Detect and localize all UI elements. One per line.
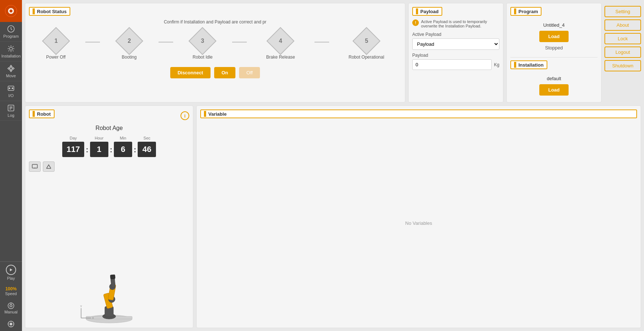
logout-button[interactable]: Logout	[604, 47, 641, 58]
program-load-button[interactable]: Load	[539, 31, 569, 42]
svg-rect-35	[110, 275, 115, 279]
sidebar-logo[interactable]	[0, 0, 22, 22]
lock-button[interactable]: Lock	[604, 33, 641, 44]
payload-input-row: Kg	[412, 59, 499, 70]
sidebar-item-move[interactable]: Move	[0, 62, 22, 81]
sidebar-item-settings[interactable]	[0, 317, 22, 331]
step-brake-release: 4 Brake Release	[266, 31, 295, 60]
step-connector-1	[85, 42, 100, 42]
timer-hour-col: Hour 1	[90, 136, 108, 157]
step-5-label: Robot Operational	[349, 55, 384, 60]
sidebar-item-io[interactable]: I/O	[0, 81, 22, 101]
step-power-off: 1 Power Off	[46, 31, 66, 60]
info-icon[interactable]: i	[180, 111, 189, 120]
robot-panel-title: Robot	[29, 109, 55, 118]
program-filename: Untitled_4	[543, 22, 565, 28]
about-button[interactable]: About	[604, 19, 641, 31]
sidebar-item-installation[interactable]: Installation	[0, 42, 22, 62]
robot-status-title: Robot Status	[29, 7, 70, 16]
day-label: Day	[70, 136, 77, 140]
sidebar-move-label: Move	[6, 74, 16, 78]
step-connector-4	[314, 42, 329, 42]
step-2-diamond: 2	[115, 27, 143, 55]
disconnect-button[interactable]: Disconnect	[170, 67, 211, 78]
off-button[interactable]: Off	[239, 67, 260, 78]
step-connector-3	[232, 42, 247, 42]
confirm-text: Confirm if Installation and Payload are …	[29, 19, 401, 25]
robot-panel-header: Robot i	[29, 109, 189, 122]
step-connector-2	[159, 42, 173, 42]
step-booting: 2 Booting	[119, 31, 139, 60]
active-payload-label: Active Payload	[412, 32, 499, 37]
sidebar-item-play[interactable]: Play	[0, 262, 22, 283]
installation-title: Installation	[510, 60, 547, 69]
svg-point-15	[10, 305, 12, 307]
sidebar-item-manual[interactable]: Manual	[0, 299, 22, 317]
sidebar-log-label: Log	[8, 113, 14, 118]
hour-label: Hour	[95, 136, 104, 140]
step-4-label: Brake Release	[266, 55, 295, 60]
payload-warning: ! Active Payload is used to temporarily …	[412, 19, 499, 28]
colon-1: :	[86, 145, 88, 155]
sidebar-speed-label: Speed	[5, 291, 17, 296]
payload-input[interactable]	[412, 59, 492, 70]
setting-button[interactable]: Setting	[604, 6, 641, 17]
robot-panel: Robot i Robot Age Day 117 : Hour 1 : Min	[25, 105, 193, 328]
payload-field-label: Payload	[412, 53, 499, 58]
svg-text:X: X	[92, 316, 94, 320]
program-title: Program	[510, 7, 541, 16]
svg-point-5	[10, 67, 12, 70]
warning-icon: !	[412, 19, 419, 26]
sec-label: Sec	[144, 136, 150, 140]
sidebar-manual-label: Manual	[4, 310, 18, 314]
timer-display: Day 117 : Hour 1 : Min 6 : Sec 46	[29, 136, 189, 157]
min-label: Min	[120, 136, 126, 140]
installation-load-button[interactable]: Load	[539, 84, 569, 96]
svg-text:Y: Y	[80, 305, 82, 308]
no-variables-text: No Variables	[200, 122, 637, 324]
program-panel: Program Untitled_4 Load Stopped Installa…	[506, 3, 602, 103]
installation-content: default Load	[510, 73, 598, 98]
svg-point-18	[10, 323, 12, 325]
svg-rect-23	[32, 164, 37, 168]
sidebar-installation-label: Installation	[1, 54, 21, 58]
sidebar-item-log[interactable]: Log	[0, 101, 22, 121]
robot-arm-container: Y X	[29, 175, 189, 324]
program-content: Untitled_4 Load Stopped	[510, 19, 598, 53]
variable-panel: Variable No Variables	[196, 105, 641, 328]
robot-icons-row	[29, 161, 189, 172]
step-robot-operational: 5 Robot Operational	[349, 31, 384, 60]
svg-marker-13	[10, 268, 12, 271]
step-robot-idle: 3 Robot Idle	[193, 31, 213, 60]
right-buttons: Setting About Lock Logout Shutdown	[604, 3, 641, 103]
step-3-label: Robot Idle	[193, 55, 213, 60]
sidebar: Program Installation Move I/O Log	[0, 0, 22, 331]
sidebar-io-label: I/O	[8, 93, 14, 98]
day-value: 117	[62, 142, 85, 157]
status-steps-row: 1 Power Off 2 Booting 3 Robot Idle	[29, 27, 401, 63]
step-1-label: Power Off	[46, 55, 66, 60]
min-value: 6	[114, 142, 132, 157]
active-payload-select[interactable]: Payload	[412, 38, 499, 50]
on-button[interactable]: On	[214, 67, 235, 78]
installation-filename: default	[547, 76, 561, 81]
main-content: Robot Status Confirm if Installation and…	[22, 0, 644, 331]
speed-value: 100%	[5, 286, 17, 291]
payload-panel: Payload ! Active Payload is used to temp…	[408, 3, 503, 103]
payload-title: Payload	[412, 7, 442, 16]
timer-day-col: Day 117	[62, 136, 85, 157]
step-4-diamond: 4	[267, 27, 294, 55]
robot-age-title: Robot Age	[29, 125, 189, 131]
svg-point-4	[10, 47, 12, 50]
variable-panel-title: Variable	[200, 109, 637, 118]
sidebar-item-program[interactable]: Program	[0, 22, 22, 42]
hour-value: 1	[90, 142, 108, 157]
step-3-diamond: 3	[189, 27, 216, 55]
shutdown-button[interactable]: Shutdown	[604, 60, 641, 71]
bottom-section: Robot i Robot Age Day 117 : Hour 1 : Min	[22, 105, 644, 331]
step-5-diamond: 5	[353, 27, 380, 55]
payload-warning-text: Active Payload is used to temporarily ov…	[421, 19, 499, 28]
robot-icon-btn-2[interactable]	[43, 161, 55, 172]
robot-icon-btn-1[interactable]	[29, 161, 41, 172]
sidebar-item-speed[interactable]: 100% Speed	[0, 283, 22, 299]
